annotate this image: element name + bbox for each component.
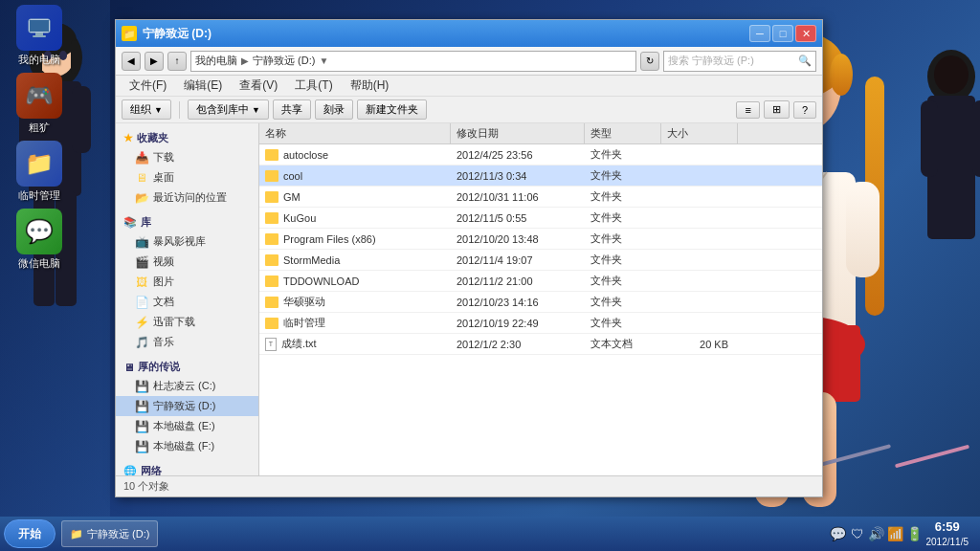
toolbar-new-folder[interactable]: 新建文件夹 xyxy=(357,99,427,120)
sidebar-item-stormtv[interactable]: 📺 暴风影视库 xyxy=(116,231,258,252)
toolbar-help[interactable]: ? xyxy=(793,101,816,119)
sidebar-item-video[interactable]: 🎬 视频 xyxy=(116,252,258,272)
col-header-size[interactable]: 大小 xyxy=(661,123,738,143)
svg-rect-22 xyxy=(865,77,884,316)
table-row[interactable]: GM2012/10/31 11:06文件夹 xyxy=(259,187,822,208)
taskbar-explorer[interactable]: 📁 宁静致远 (D:) xyxy=(61,520,158,547)
sidebar-item-recent[interactable]: 📂 最近访问的位置 xyxy=(116,187,258,208)
file-size-cell xyxy=(661,279,738,283)
menu-file[interactable]: 文件(F) xyxy=(122,76,174,96)
toolbar-share[interactable]: 共享 xyxy=(273,99,311,120)
file-date-cell: 2012/10/20 13:48 xyxy=(451,231,585,247)
toolbar: 组织 ▼ 包含到库中 ▼ 共享 刻录 新建文件夹 ≡ ⊞ ? xyxy=(116,97,822,123)
main-content: ★ 收藏夹 📥 下载 🖥 桌面 📂 最近访问的位置 xyxy=(116,123,822,475)
desktop-icon-mycomputer[interactable]: 我的电脑 xyxy=(5,5,74,67)
sidebar-network-header: 🌐 网络 xyxy=(116,460,258,475)
table-row[interactable]: cool2012/11/3 0:34文件夹 xyxy=(259,165,822,187)
menu-help[interactable]: 帮助(H) xyxy=(343,76,397,96)
desktop-icon-wechat[interactable]: 💬 微信电脑 xyxy=(5,209,74,271)
svg-rect-41 xyxy=(30,20,49,32)
col-header-type[interactable]: 类型 xyxy=(585,123,661,143)
file-type-cell: 文件夹 xyxy=(585,230,661,248)
minimize-button[interactable]: ─ xyxy=(749,25,770,42)
sidebar-item-music[interactable]: 🎵 音乐 xyxy=(116,332,258,352)
sidebar-item-documents[interactable]: 📄 文档 xyxy=(116,292,258,312)
sidebar-item-download[interactable]: 📥 下载 xyxy=(116,147,258,167)
sidebar-library-header: 📚 库 xyxy=(116,211,258,231)
sidebar-item-thunder[interactable]: ⚡ 迅雷下载 xyxy=(116,312,258,332)
folder-icon xyxy=(265,149,278,161)
file-type-cell: 文件夹 xyxy=(585,187,661,206)
sidebar-item-drive-f[interactable]: 💾 本地磁盘 (F:) xyxy=(116,436,258,456)
tray-network-icon[interactable]: 📶 xyxy=(888,526,903,541)
sidebar-item-drive-d[interactable]: 💾 宁静致远 (D:) xyxy=(116,396,258,416)
tray-security-icon[interactable]: 🛡 xyxy=(850,526,865,541)
desktop-icon-temp[interactable]: 📁 临时管理 xyxy=(5,141,74,203)
file-date-cell: 2012/10/19 22:49 xyxy=(451,316,585,331)
menu-edit[interactable]: 编辑(E) xyxy=(176,76,230,96)
file-type-cell: 文件夹 xyxy=(585,251,661,269)
table-row[interactable]: T成绩.txt2012/1/2 2:30文本文档20 KB xyxy=(259,334,822,355)
desktop-icon-game[interactable]: 🎮 粗犷 xyxy=(5,73,74,135)
sidebar-item-drive-c[interactable]: 💾 杜志凌云 (C:) xyxy=(116,376,258,396)
tray-volume-icon[interactable]: 🔊 xyxy=(869,526,884,541)
taskbar-explorer-icon: 📁 xyxy=(70,528,83,540)
toolbar-include-library[interactable]: 包含到库中 ▼ xyxy=(188,99,269,120)
taskbar: 开始 📁 宁静致远 (D:) 💬 🛡 🔊 📶 🔋 6:59 2012/11/5 xyxy=(0,517,980,551)
menu-view[interactable]: 查看(V) xyxy=(232,76,285,96)
forward-button[interactable]: ▶ xyxy=(145,52,164,71)
table-row[interactable]: Program Files (x86)2012/10/20 13:48文件夹 xyxy=(259,229,822,250)
video-app-icon: 📺 xyxy=(135,235,148,249)
maximize-button[interactable]: □ xyxy=(772,25,793,42)
close-button[interactable]: ✕ xyxy=(795,25,816,42)
up-button[interactable]: ↑ xyxy=(167,52,187,71)
sidebar-favorites-header: ★ 收藏夹 xyxy=(116,127,258,147)
address-bar: ◀ ▶ ↑ 我的电脑 ▶ 宁静致远 (D:) ▼ ↻ 搜索 宁静致远 (P:) … xyxy=(116,47,822,76)
sidebar-item-drive-e[interactable]: 💾 本地磁盘 (E:) xyxy=(116,416,258,436)
refresh-button[interactable]: ↻ xyxy=(640,52,659,71)
svg-rect-33 xyxy=(846,182,880,277)
svg-rect-39 xyxy=(35,33,43,35)
drive-e-icon: 💾 xyxy=(135,420,148,433)
title-bar: 📁 宁静致远 (D:) ─ □ ✕ xyxy=(116,20,822,47)
col-header-date[interactable]: 修改日期 xyxy=(451,123,585,143)
window-icon: 📁 xyxy=(122,26,137,41)
folder-icon xyxy=(265,233,278,245)
folder-icon xyxy=(265,191,278,203)
file-name-cell: 临时管理 xyxy=(259,314,451,332)
table-row[interactable]: 华硕驱动2012/10/23 14:16文件夹 xyxy=(259,292,822,313)
folder-icon xyxy=(265,276,278,287)
search-box[interactable]: 搜索 宁静致远 (P:) 🔍 xyxy=(663,51,816,72)
sidebar-network: 🌐 网络 xyxy=(116,460,258,475)
table-row[interactable]: 临时管理2012/10/19 22:49文件夹 xyxy=(259,313,822,334)
tray-chat-icon[interactable]: 💬 xyxy=(831,526,846,541)
file-date-cell: 2012/1/2 2:30 xyxy=(451,337,585,352)
table-row[interactable]: TDDOWNLOAD2012/11/2 21:00文件夹 xyxy=(259,271,822,292)
menu-tools[interactable]: 工具(T) xyxy=(287,76,340,96)
table-row[interactable]: KuGou2012/11/5 0:55文件夹 xyxy=(259,208,822,229)
file-size-cell xyxy=(661,300,738,304)
toolbar-organize[interactable]: 组织 ▼ xyxy=(122,99,171,120)
toolbar-view-list[interactable]: ≡ xyxy=(736,101,759,119)
table-row[interactable]: autoclose2012/4/25 23:56文件夹 xyxy=(259,144,822,165)
table-row[interactable]: StormMedia2012/11/4 19:07文件夹 xyxy=(259,250,822,271)
path-home: 我的电脑 xyxy=(195,54,237,68)
address-path[interactable]: 我的电脑 ▶ 宁静致远 (D:) ▼ xyxy=(190,51,636,72)
file-size-cell xyxy=(661,258,738,262)
file-type-cell: 文件夹 xyxy=(585,293,661,311)
sidebar-item-desktop[interactable]: 🖥 桌面 xyxy=(116,167,258,187)
search-icon: 🔍 xyxy=(798,55,812,67)
file-date-cell: 2012/10/31 11:06 xyxy=(451,189,585,205)
drive-f-icon: 💾 xyxy=(135,440,148,453)
svg-rect-15 xyxy=(921,100,938,177)
sidebar-item-pictures[interactable]: 🖼 图片 xyxy=(116,272,258,292)
file-name-cell: 华硕驱动 xyxy=(259,293,451,311)
back-button[interactable]: ◀ xyxy=(122,52,141,71)
file-size-cell xyxy=(661,153,738,157)
file-list-area: 名称 修改日期 类型 大小 autoclose2012/4/25 23:56文件… xyxy=(259,123,822,475)
col-header-name[interactable]: 名称 xyxy=(259,123,451,143)
toolbar-view-detail[interactable]: ⊞ xyxy=(764,100,790,119)
tray-battery-icon[interactable]: 🔋 xyxy=(907,526,923,541)
toolbar-burn[interactable]: 刻录 xyxy=(315,99,353,120)
start-button[interactable]: 开始 xyxy=(4,519,56,548)
